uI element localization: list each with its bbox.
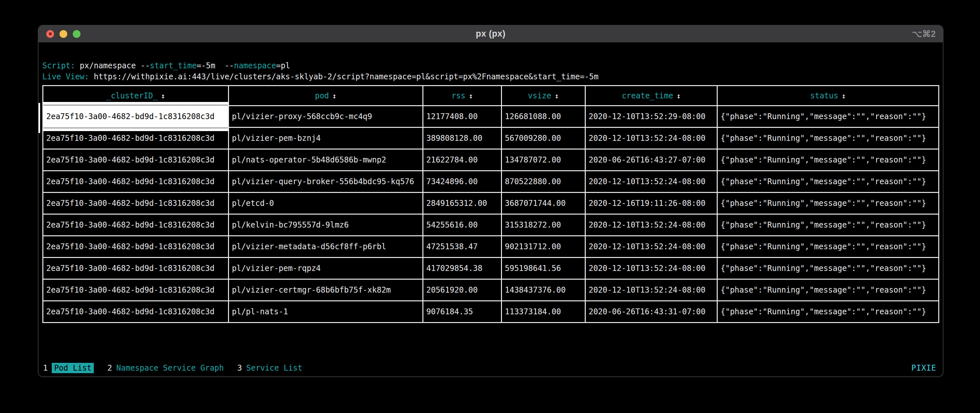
cell-create_time[interactable]: 2020-12-10T13:52:29-08:00 <box>585 106 718 128</box>
cell-status[interactable]: {"phase":"Running","message":"","reason"… <box>718 214 939 236</box>
cell-clusterID[interactable]: 2ea75f10-3a00-4682-bd9d-1c8316208c3d <box>43 258 229 279</box>
cell-create_time[interactable]: 2020-12-10T13:52:24-08:00 <box>585 279 718 301</box>
sort-icon: ↕ <box>332 92 336 100</box>
cell-pod[interactable]: pl/vizier-certmgr-68b6bfb75f-xk82m <box>229 279 423 301</box>
close-button[interactable] <box>46 30 54 38</box>
cell-status[interactable]: {"phase":"Running","message":"","reason"… <box>718 128 939 149</box>
tab-pod-list[interactable]: 1Pod List <box>43 364 94 373</box>
tab-service-list[interactable]: 3Service List <box>237 364 302 373</box>
cell-rss[interactable]: 9076184.35 <box>423 301 502 323</box>
cell-status[interactable]: {"phase":"Running","message":"","reason"… <box>718 236 939 258</box>
cell-clusterID[interactable]: 2ea75f10-3a00-4682-bd9d-1c8316208c3d <box>43 193 229 214</box>
cell-vsize[interactable]: 567009280.00 <box>502 128 585 149</box>
flag-namespace: namespace <box>234 61 276 70</box>
cell-clusterID[interactable]: 2ea75f10-3a00-4682-bd9d-1c8316208c3d <box>43 236 229 258</box>
cell-create_time[interactable]: 2020-06-26T16:43:27-07:00 <box>585 149 718 171</box>
table-row: 2ea75f10-3a00-4682-bd9d-1c8316208c3dpl/e… <box>43 193 939 214</box>
sort-icon: ↕ <box>161 92 165 100</box>
cell-pod[interactable]: pl/vizier-metadata-d56cf8ff-p6rbl <box>229 236 423 258</box>
script-command: px/namespace <box>80 61 141 70</box>
cell-rss[interactable]: 54255616.00 <box>423 214 502 236</box>
cell-vsize[interactable]: 595198641.56 <box>502 258 585 279</box>
cell-pod[interactable]: pl/etcd-0 <box>229 193 423 214</box>
fullscreen-button[interactable] <box>73 30 81 38</box>
cell-clusterID[interactable]: 2ea75f10-3a00-4682-bd9d-1c8316208c3d <box>43 106 229 128</box>
table-row: 2ea75f10-3a00-4682-bd9d-1c8316208c3dpl/v… <box>43 258 939 279</box>
cell-vsize[interactable]: 902131712.00 <box>502 236 585 258</box>
cell-rss[interactable]: 389808128.00 <box>423 128 502 149</box>
cell-status[interactable]: {"phase":"Running","message":"","reason"… <box>718 106 939 128</box>
unsaved-dot-icon <box>49 32 52 35</box>
cell-create_time[interactable]: 2020-12-10T13:52:24-08:00 <box>585 258 718 279</box>
table-row: 2ea75f10-3a00-4682-bd9d-1c8316208c3dpl/k… <box>43 214 939 236</box>
cell-vsize[interactable]: 126681088.00 <box>502 106 585 128</box>
flag-dashes: -- <box>140 61 150 70</box>
table-body: 2ea75f10-3a00-4682-bd9d-1c8316208c3dpl/v… <box>43 106 939 323</box>
cell-create_time[interactable]: 2020-12-10T13:52:24-08:00 <box>585 214 718 236</box>
table-row: 2ea75f10-3a00-4682-bd9d-1c8316208c3dpl/v… <box>43 171 939 193</box>
cell-rss[interactable]: 73424896.00 <box>423 171 502 193</box>
cell-rss[interactable]: 12177408.00 <box>423 106 502 128</box>
cell-create_time[interactable]: 2020-06-26T16:43:31-07:00 <box>585 301 718 323</box>
column-header-rss[interactable]: rss↕ <box>423 86 502 106</box>
cell-pod[interactable]: pl/vizier-query-broker-556b4bdc95-kq576 <box>229 171 423 193</box>
cell-vsize[interactable]: 315318272.00 <box>502 214 585 236</box>
cell-rss[interactable]: 20561920.00 <box>423 279 502 301</box>
tab-label: Service List <box>246 364 302 373</box>
cell-status[interactable]: {"phase":"Running","message":"","reason"… <box>718 279 939 301</box>
cell-pod[interactable]: pl/nats-operator-5b48d6586b-mwnp2 <box>229 149 423 171</box>
tab-number: 2 <box>107 364 112 373</box>
cell-create_time[interactable]: 2020-12-10T13:52:24-08:00 <box>585 171 718 193</box>
flag-start-time-value: =-5m <box>197 61 215 70</box>
cell-pod[interactable]: pl/pl-nats-1 <box>229 301 423 323</box>
column-header-status[interactable]: status↕ <box>718 86 939 106</box>
tab-label: Namespace Service Graph <box>116 364 224 373</box>
traffic-lights <box>46 26 81 42</box>
cell-create_time[interactable]: 2020-12-10T13:52:24-08:00 <box>585 236 718 258</box>
cell-rss[interactable]: 417029854.38 <box>423 258 502 279</box>
cell-clusterID[interactable]: 2ea75f10-3a00-4682-bd9d-1c8316208c3d <box>43 149 229 171</box>
cell-rss[interactable]: 47251538.47 <box>423 236 502 258</box>
live-view-url[interactable]: https://withpixie.ai:443/live/clusters/a… <box>94 72 599 81</box>
titlebar[interactable]: px (px) ⌥⌘2 <box>38 26 943 42</box>
cell-rss[interactable]: 21622784.00 <box>423 149 502 171</box>
cell-vsize[interactable]: 134787072.00 <box>502 149 585 171</box>
cell-status[interactable]: {"phase":"Running","message":"","reason"… <box>718 301 939 323</box>
column-header-create-time[interactable]: create_time↕ <box>585 86 718 106</box>
cell-clusterID[interactable]: 2ea75f10-3a00-4682-bd9d-1c8316208c3d <box>43 171 229 193</box>
tab-namespace-service-graph[interactable]: 2Namespace Service Graph <box>107 364 224 373</box>
cell-vsize[interactable]: 870522880.00 <box>502 171 585 193</box>
pods-table-container: _clusterID_↕ pod↕ rss↕ vsize↕ create_tim… <box>42 85 938 323</box>
cell-clusterID[interactable]: 2ea75f10-3a00-4682-bd9d-1c8316208c3d <box>43 279 229 301</box>
column-header-pod[interactable]: pod↕ <box>229 86 423 106</box>
cell-clusterID[interactable]: 2ea75f10-3a00-4682-bd9d-1c8316208c3d <box>43 214 229 236</box>
pods-table: _clusterID_↕ pod↕ rss↕ vsize↕ create_tim… <box>42 85 939 323</box>
cell-pod[interactable]: pl/vizier-pem-rqpz4 <box>229 258 423 279</box>
tab-bar: 1Pod List 2Namespace Service Graph 3Serv… <box>43 364 936 373</box>
sort-icon: ↕ <box>555 92 559 100</box>
cell-status[interactable]: {"phase":"Running","message":"","reason"… <box>718 171 939 193</box>
cell-status[interactable]: {"phase":"Running","message":"","reason"… <box>718 258 939 279</box>
sort-icon: ↕ <box>469 92 473 100</box>
cell-vsize[interactable]: 113373184.00 <box>502 301 585 323</box>
cell-pod[interactable]: pl/vizier-pem-bznj4 <box>229 128 423 149</box>
minimize-button[interactable] <box>59 30 67 38</box>
selected-row-marker <box>38 103 40 133</box>
sort-icon: ↕ <box>842 92 846 100</box>
cell-create_time[interactable]: 2020-12-10T13:52:24-08:00 <box>585 128 718 149</box>
cell-create_time[interactable]: 2020-12-16T19:11:26-08:00 <box>585 193 718 214</box>
cell-clusterID[interactable]: 2ea75f10-3a00-4682-bd9d-1c8316208c3d <box>43 301 229 323</box>
cell-status[interactable]: {"phase":"Running","message":"","reason"… <box>718 149 939 171</box>
cell-pod[interactable]: pl/vizier-proxy-568ccb9c-mc4q9 <box>229 106 423 128</box>
tab-number: 3 <box>237 364 242 373</box>
terminal-window: px (px) ⌥⌘2 Script: px/namespace --start… <box>38 25 943 377</box>
cell-status[interactable]: {"phase":"Running","message":"","reason"… <box>718 193 939 214</box>
cell-rss[interactable]: 2849165312.00 <box>423 193 502 214</box>
column-header-vsize[interactable]: vsize↕ <box>502 86 585 106</box>
table-row: 2ea75f10-3a00-4682-bd9d-1c8316208c3dpl/p… <box>43 301 939 323</box>
tab-number: 1 <box>43 364 48 373</box>
flag-namespace-value: =pl <box>276 61 290 70</box>
cell-pod[interactable]: pl/kelvin-bc795557d-9lmz6 <box>229 214 423 236</box>
cell-vsize[interactable]: 3687071744.00 <box>502 193 585 214</box>
cell-vsize[interactable]: 1438437376.00 <box>502 279 585 301</box>
